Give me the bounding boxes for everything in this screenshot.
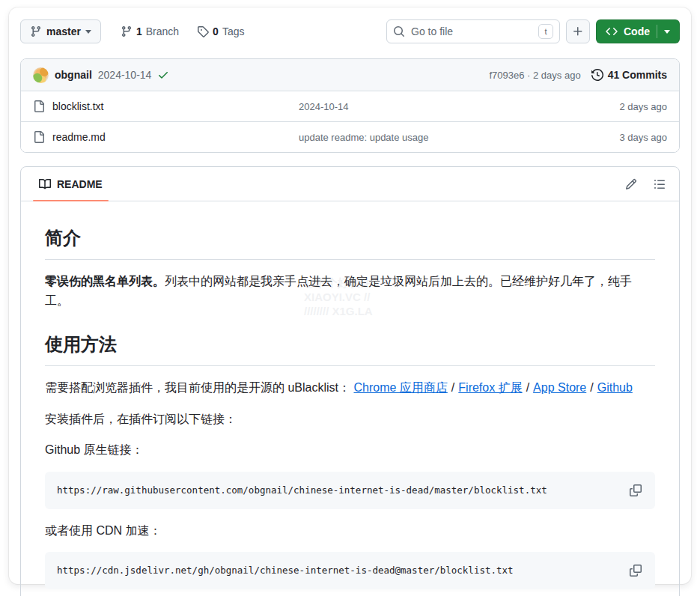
file-age: 3 days ago bbox=[570, 132, 667, 143]
cdn-url-code: https://cdn.jsdelivr.net/gh/obgnail/chin… bbox=[57, 563, 514, 578]
plus-icon bbox=[572, 25, 584, 37]
avatar[interactable] bbox=[33, 67, 49, 83]
tags-count: 0 bbox=[213, 25, 219, 37]
file-icon bbox=[33, 100, 45, 112]
readme-panel: README @下个好软件 XIAOYI.VC // bbox=[20, 166, 680, 596]
commits-count-label: 41 Commits bbox=[608, 69, 667, 81]
git-branch-icon bbox=[121, 25, 133, 37]
latest-commit-right: f7093e6 · 2 days ago 41 Commits bbox=[489, 69, 667, 81]
list-unordered-icon bbox=[654, 178, 666, 190]
keyboard-shortcut-badge: t bbox=[538, 24, 553, 39]
heading-intro: 简介 bbox=[45, 224, 655, 260]
commit-message[interactable]: 2024-10-14 bbox=[98, 69, 152, 81]
tags-link[interactable]: 0 Tags bbox=[191, 25, 250, 37]
book-icon bbox=[39, 178, 51, 190]
branches-label: Branch bbox=[146, 25, 179, 37]
latest-commit-left: obgnail 2024-10-14 bbox=[33, 67, 169, 83]
search-icon bbox=[393, 25, 405, 37]
raw-url-code: https://raw.githubusercontent.com/obgnai… bbox=[57, 483, 547, 498]
branches-count: 1 bbox=[136, 25, 142, 37]
check-icon[interactable] bbox=[157, 69, 169, 81]
go-to-file-search[interactable]: t bbox=[386, 19, 560, 43]
usage-paragraph: 需要搭配浏览器插件，我目前使用的是开源的 uBlacklist： Chrome … bbox=[45, 378, 655, 398]
link-separator: / bbox=[451, 381, 454, 394]
latest-commit-bar: obgnail 2024-10-14 f7093e6 · 2 days ago … bbox=[21, 59, 679, 91]
code-block-raw: https://raw.githubusercontent.com/obgnai… bbox=[45, 472, 655, 509]
history-icon bbox=[591, 69, 603, 81]
repo-page-card: master 1 Branch 0 Tags bbox=[9, 7, 691, 584]
button-divider bbox=[657, 25, 657, 38]
branches-link[interactable]: 1 Branch bbox=[115, 25, 185, 37]
toolbar-right: t Code bbox=[386, 19, 680, 43]
code-block-cdn: https://cdn.jsdelivr.net/gh/obgnail/chin… bbox=[45, 552, 655, 589]
file-icon bbox=[33, 131, 45, 143]
readme-tab-label: README bbox=[57, 178, 103, 190]
table-row[interactable]: readme.md update readme: update usage 3 … bbox=[21, 121, 679, 152]
link-github[interactable]: Github bbox=[597, 381, 633, 394]
tab-readme[interactable]: README bbox=[33, 167, 109, 201]
intro-bold-text: 零误伤的黑名单列表。 bbox=[45, 275, 165, 288]
file-commit-message[interactable]: update readme: update usage bbox=[299, 132, 570, 143]
file-link[interactable]: blocklist.txt bbox=[52, 100, 103, 112]
link-chrome-store[interactable]: Chrome 应用商店 bbox=[353, 381, 447, 394]
edit-readme-button[interactable] bbox=[624, 177, 639, 192]
copy-button[interactable] bbox=[628, 563, 643, 578]
search-input[interactable] bbox=[411, 25, 532, 37]
add-button[interactable] bbox=[566, 19, 590, 43]
table-row[interactable]: blocklist.txt 2024-10-14 2 days ago bbox=[21, 91, 679, 121]
copy-icon bbox=[630, 565, 642, 577]
commit-author[interactable]: obgnail bbox=[55, 69, 92, 81]
chevron-down-icon bbox=[664, 30, 670, 34]
code-icon bbox=[606, 25, 618, 37]
intro-paragraph: 零误伤的黑名单列表。列表中的网站都是我亲手点进去，确定是垃圾网站后加上去的。已经… bbox=[45, 272, 655, 310]
readme-body: @下个好软件 XIAOYI.VC // //////// X1G.LA 简介 零… bbox=[21, 201, 679, 596]
outline-button[interactable] bbox=[652, 177, 667, 192]
install-paragraph: 安装插件后，在插件订阅以下链接： bbox=[45, 410, 655, 429]
pencil-icon bbox=[625, 178, 637, 190]
tags-label: Tags bbox=[222, 25, 245, 37]
commits-history-link[interactable]: 41 Commits bbox=[591, 69, 667, 81]
git-branch-icon bbox=[30, 25, 42, 37]
files-panel: obgnail 2024-10-14 f7093e6 · 2 days ago … bbox=[20, 58, 680, 153]
copy-icon bbox=[630, 484, 642, 496]
toolbar-left: master 1 Branch 0 Tags bbox=[20, 19, 250, 43]
link-separator: / bbox=[526, 381, 529, 394]
commit-sha-and-time[interactable]: f7093e6 · 2 days ago bbox=[489, 70, 580, 81]
usage-prefix-text: 需要搭配浏览器插件，我目前使用的是开源的 uBlacklist： bbox=[45, 381, 350, 394]
github-link-paragraph: Github 原生链接： bbox=[45, 440, 655, 460]
tag-icon bbox=[197, 25, 209, 37]
readme-header: README bbox=[21, 167, 679, 201]
link-separator: / bbox=[590, 381, 593, 394]
repo-toolbar: master 1 Branch 0 Tags bbox=[20, 19, 680, 43]
file-age: 2 days ago bbox=[570, 101, 667, 112]
cdn-paragraph: 或者使用 CDN 加速： bbox=[45, 521, 655, 541]
branch-selector-button[interactable]: master bbox=[20, 19, 101, 43]
chevron-down-icon bbox=[85, 30, 91, 34]
heading-usage: 使用方法 bbox=[45, 330, 655, 366]
code-button-label: Code bbox=[624, 25, 650, 37]
readme-actions bbox=[624, 177, 667, 192]
link-app-store[interactable]: App Store bbox=[533, 381, 586, 394]
code-button[interactable]: Code bbox=[596, 19, 680, 43]
branch-name: master bbox=[46, 25, 81, 37]
file-commit-message[interactable]: 2024-10-14 bbox=[299, 101, 570, 112]
link-firefox-addon[interactable]: Firefox 扩展 bbox=[458, 381, 522, 394]
file-link[interactable]: readme.md bbox=[52, 131, 106, 143]
copy-button[interactable] bbox=[628, 483, 643, 498]
